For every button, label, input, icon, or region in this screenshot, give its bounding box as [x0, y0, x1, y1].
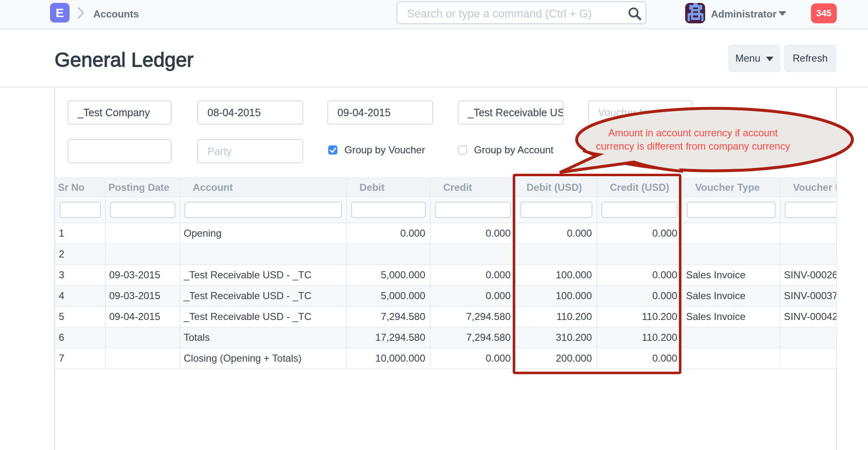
svg-text:Amount in account currency if: Amount in account currency if account — [609, 127, 778, 138]
svg-text:currency is different from com: currency is different from company curre… — [596, 140, 790, 152]
